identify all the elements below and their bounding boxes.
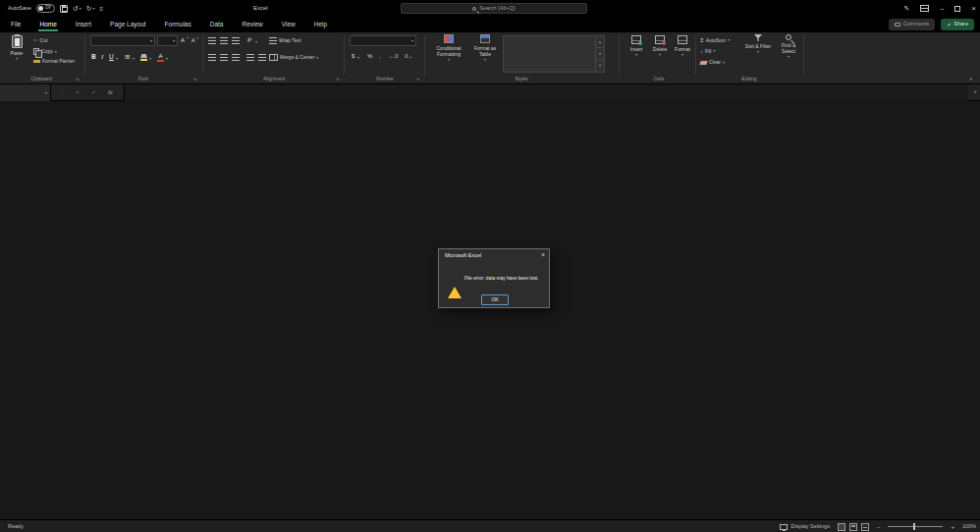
decrease-decimal-button[interactable]: .0→: [404, 54, 412, 59]
comments-button[interactable]: Comments: [889, 19, 936, 30]
zoom-out-icon[interactable]: −: [877, 524, 881, 530]
borders-dropdown-icon[interactable]: ▾: [133, 57, 135, 61]
format-painter-button[interactable]: Format Painter: [33, 59, 75, 64]
tab-formulas[interactable]: Formulas: [164, 17, 192, 32]
copy-button[interactable]: Copy ▾: [33, 48, 57, 55]
tab-data[interactable]: Data: [209, 17, 225, 32]
formula-bar-divider-icon[interactable]: ⋮: [59, 89, 65, 95]
grow-font-button[interactable]: A▴: [181, 37, 189, 43]
clear-button[interactable]: Clear ▾: [700, 60, 725, 65]
format-cells-button[interactable]: Format ▾: [672, 35, 693, 57]
increase-decimal-button[interactable]: ←.0: [389, 54, 398, 59]
merge-center-button[interactable]: Merge & Center ▾: [269, 54, 318, 61]
redo-icon[interactable]: ↻: [86, 5, 92, 12]
number-dialog-launcher-icon[interactable]: ↘: [416, 78, 420, 82]
tab-help[interactable]: Help: [313, 17, 328, 32]
orientation-icon[interactable]: ab: [245, 36, 252, 43]
clipboard-dialog-launcher-icon[interactable]: ↘: [76, 78, 80, 82]
fill-button[interactable]: ↓ Fill ▾: [700, 48, 715, 54]
fill-color-button[interactable]: [140, 54, 147, 61]
underline-dropdown-icon[interactable]: ▾: [116, 57, 118, 61]
conditional-formatting-button[interactable]: Conditional Formatting ▾: [430, 34, 467, 62]
search-box[interactable]: Search (Alt+Q): [401, 3, 587, 14]
align-left-icon[interactable]: [208, 54, 216, 61]
number-format-combo[interactable]: ▾: [350, 35, 416, 46]
undo-dropdown-icon[interactable]: ▾: [80, 7, 82, 11]
dialog-close-icon[interactable]: ×: [541, 251, 545, 258]
tab-review[interactable]: Review: [241, 17, 263, 32]
zoom-in-icon[interactable]: +: [951, 524, 954, 530]
increase-indent-icon[interactable]: [258, 54, 266, 61]
bold-button[interactable]: B: [91, 54, 96, 61]
cut-button[interactable]: ✂ Cut: [33, 38, 47, 44]
close-icon[interactable]: ×: [971, 5, 976, 13]
percent-style-button[interactable]: %: [367, 53, 372, 59]
gallery-more-icon[interactable]: ▾: [596, 61, 604, 72]
autosum-button[interactable]: Σ AutoSum ▾: [700, 37, 730, 43]
alignment-dialog-launcher-icon[interactable]: ↘: [336, 78, 340, 82]
gallery-up-icon[interactable]: ▴: [596, 36, 604, 48]
gallery-down-icon[interactable]: ▾: [596, 48, 604, 60]
bottom-align-icon[interactable]: [232, 37, 240, 44]
font-size-combo[interactable]: ▾: [157, 35, 178, 46]
sort-filter-button[interactable]: Sort & Filter ▾: [744, 34, 772, 54]
draw-icon[interactable]: ✎: [904, 5, 910, 12]
underline-button[interactable]: U: [109, 54, 114, 61]
decrease-indent-icon[interactable]: [246, 54, 254, 61]
align-center-icon[interactable]: [220, 54, 228, 61]
window-layout-icon[interactable]: [920, 5, 929, 12]
borders-button[interactable]: ⊞: [125, 54, 130, 61]
paste-button[interactable]: Paste ▾: [4, 35, 29, 61]
page-break-view-icon[interactable]: [861, 523, 869, 531]
tab-page-layout[interactable]: Page Layout: [109, 17, 147, 32]
tab-home[interactable]: Home: [38, 17, 57, 32]
quick-access-toolbar-icon[interactable]: ≡: [100, 6, 104, 12]
align-right-icon[interactable]: [232, 54, 240, 61]
find-select-button[interactable]: Find & Select ▾: [775, 34, 802, 59]
tab-view[interactable]: View: [281, 17, 297, 32]
cell-styles-gallery[interactable]: ▴ ▾ ▾: [503, 35, 605, 73]
italic-button[interactable]: I: [101, 54, 103, 61]
fill-color-dropdown-icon[interactable]: ▾: [149, 57, 151, 61]
format-as-table-button[interactable]: Format as Table ▾: [469, 34, 501, 62]
accounting-dropdown-icon[interactable]: ▾: [357, 56, 359, 60]
orientation-dropdown-icon[interactable]: ▾: [255, 40, 257, 44]
expand-formula-bar-icon[interactable]: ∨: [973, 89, 977, 94]
font-color-dropdown-icon[interactable]: ▾: [166, 57, 168, 61]
wrap-text-button[interactable]: Wrap Text: [269, 37, 300, 44]
zoom-level[interactable]: 100%: [962, 524, 976, 530]
gallery-scroll-arrows[interactable]: ▴ ▾ ▾: [595, 36, 604, 72]
redo-dropdown-icon[interactable]: ▾: [93, 7, 95, 11]
undo-icon[interactable]: ↺: [73, 5, 79, 12]
comma-style-button[interactable]: ,: [379, 53, 381, 59]
accounting-format-button[interactable]: $: [352, 53, 354, 59]
minimize-icon[interactable]: –: [940, 5, 944, 12]
delete-cells-button[interactable]: Delete ▾: [649, 35, 671, 57]
font-dialog-launcher-icon[interactable]: ↘: [193, 78, 197, 82]
tab-file[interactable]: File: [10, 17, 22, 32]
tab-insert[interactable]: Insert: [75, 17, 92, 32]
font-color-button[interactable]: A: [157, 53, 164, 62]
insert-cells-button[interactable]: Insert ▾: [626, 35, 647, 57]
dialog-ok-button[interactable]: OK: [481, 294, 509, 305]
shrink-font-button[interactable]: A▾: [191, 38, 198, 43]
display-settings-button[interactable]: Display Settings: [780, 524, 829, 530]
zoom-slider[interactable]: [888, 526, 943, 527]
share-button[interactable]: ↗ Share: [941, 19, 974, 30]
font-name-combo[interactable]: ▾: [90, 35, 155, 46]
insert-function-icon[interactable]: fx: [108, 89, 113, 95]
zoom-slider-thumb[interactable]: [913, 523, 915, 530]
cancel-icon[interactable]: ×: [76, 89, 80, 95]
name-box[interactable]: ▾: [0, 84, 51, 101]
collapse-ribbon-icon[interactable]: ∧: [969, 77, 973, 81]
worksheet-area[interactable]: [0, 102, 980, 519]
restore-icon[interactable]: [954, 6, 960, 12]
save-icon[interactable]: [60, 5, 68, 13]
page-layout-view-icon[interactable]: [849, 523, 857, 531]
autosave-toggle[interactable]: Off: [36, 4, 55, 13]
middle-align-icon[interactable]: [220, 37, 228, 44]
top-align-icon[interactable]: [208, 37, 216, 44]
enter-icon[interactable]: ✓: [91, 89, 96, 95]
formula-input[interactable]: [124, 84, 968, 101]
normal-view-icon[interactable]: [838, 523, 845, 531]
